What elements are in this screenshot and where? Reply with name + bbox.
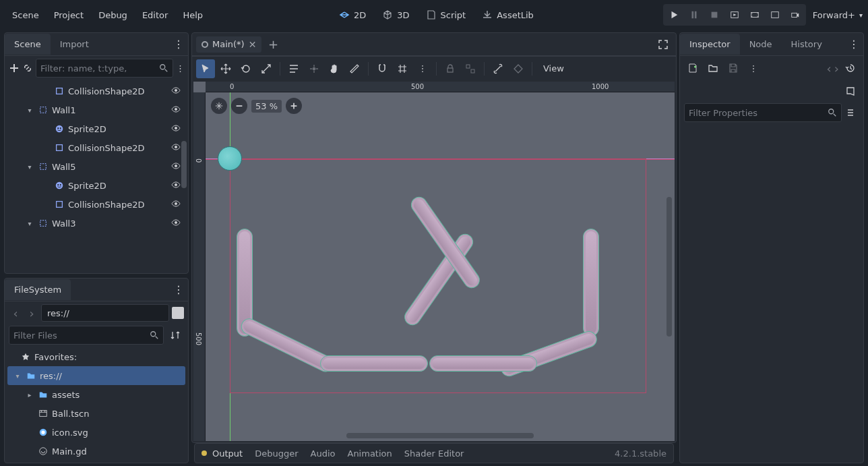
menu-scene[interactable]: Scene [5,6,46,24]
renderer-dropdown[interactable]: Forward+▾ [813,10,863,20]
tab-history[interactable]: History [782,34,832,55]
fs-item[interactable]: icon.svg [7,423,185,442]
fs-tree[interactable]: Favorites:▾res://▸assetsBall.tscnicon.sv… [5,346,188,463]
add-tab-button[interactable]: + [264,36,282,53]
scene-filter-input[interactable] [40,63,155,74]
zoom-level[interactable]: 53 % [251,100,282,113]
ruler-tool[interactable] [345,59,364,78]
scene-tree-scrollbar[interactable] [181,141,187,188]
visibility-icon[interactable] [170,123,183,135]
tab-script[interactable]: Script [419,5,473,24]
visibility-icon[interactable] [170,85,183,97]
wall-bottom-r[interactable] [429,355,537,372]
tab-3d[interactable]: 3D [375,5,416,24]
ball-node[interactable] [218,146,242,171]
play-button[interactable] [664,5,683,24]
bone-button[interactable] [489,59,507,78]
viewport-vscrollbar[interactable] [666,197,672,337]
fs-item[interactable]: Main.gd [7,442,185,461]
play-scene-button[interactable] [725,5,744,24]
tab-inspector[interactable]: Inspector [680,34,740,55]
scene-more-button[interactable]: ⋮ [176,59,185,77]
menu-debug[interactable]: Debug [92,6,134,24]
stop-button[interactable] [705,5,724,24]
scene-node[interactable]: Sprite2D [7,119,185,138]
tab-filesystem[interactable]: FileSystem [5,279,71,300]
wall-right[interactable] [583,229,599,337]
fs-back-button[interactable]: ‹ [9,306,22,320]
scene-node[interactable]: ▾Wall1 [7,100,185,119]
play-custom-button[interactable] [766,5,784,24]
load-resource-button[interactable] [704,59,722,77]
inspector-settings-button[interactable] [842,104,859,121]
camera-button[interactable] [786,5,805,24]
scene-filter[interactable] [36,59,173,78]
inspector-filter[interactable] [684,103,842,122]
tab-scene-dock[interactable]: Scene [5,34,51,55]
fs-item[interactable]: Ball.tscn [7,404,185,423]
fs-favorites[interactable]: Favorites: [7,347,185,366]
add-node-button[interactable] [9,59,20,77]
zoom-reset-button[interactable] [211,98,227,114]
scene-tab-main[interactable]: Main(*) ✕ [196,36,261,53]
bottom-tab-debugger[interactable]: Debugger [255,448,298,459]
pan-tool[interactable] [325,59,344,78]
visibility-icon[interactable] [170,198,183,210]
visibility-icon[interactable] [170,104,183,116]
snap-toggle[interactable] [373,59,392,78]
inspector-back-button[interactable]: ‹ [827,61,832,76]
doc-button[interactable] [842,82,859,100]
canvas[interactable]: 53 % [206,92,675,441]
fs-view-mode-button[interactable] [172,307,184,319]
menu-project[interactable]: Project [47,6,90,24]
scene-node[interactable]: ▾Wall5 [7,157,185,176]
menu-editor[interactable]: Editor [135,6,175,24]
movie-button[interactable] [745,5,764,24]
bottom-tab-animation[interactable]: Animation [347,448,392,459]
fs-item[interactable]: Main.tscn [7,461,185,463]
distraction-free-button[interactable] [654,36,672,53]
fs-forward-button[interactable]: › [25,306,38,320]
tab-2d[interactable]: 2D [332,5,373,24]
fs-path[interactable]: res:// [41,304,169,322]
snap-options[interactable]: ⋮ [413,59,432,78]
fs-filter[interactable] [9,326,164,345]
select-tool[interactable] [196,59,215,78]
new-resource-button[interactable] [684,59,702,77]
bottom-tab-output[interactable]: Output [212,448,243,459]
inspector-history-button[interactable] [842,59,859,77]
fs-sort-button[interactable] [166,326,184,344]
scale-tool[interactable] [257,59,276,78]
viewport-2d[interactable]: 05001000 0500 53 % [193,82,675,441]
grid-snap-toggle[interactable] [393,59,412,78]
fs-item[interactable]: ▸assets [7,385,185,404]
inspector-panel-menu[interactable]: ⋮ [847,38,861,51]
rotate-tool[interactable] [237,59,255,78]
inspector-forward-button[interactable]: › [834,61,839,76]
fs-filter-input[interactable] [13,330,146,341]
bottom-tab-shader[interactable]: Shader Editor [404,448,464,459]
zoom-out-button[interactable] [231,98,247,114]
pause-button[interactable] [685,5,704,24]
scene-node[interactable]: Sprite2D [7,176,185,195]
zoom-in-button[interactable] [286,98,302,114]
tab-node[interactable]: Node [740,34,782,55]
scene-tree[interactable]: CollisionShape2D▾Wall1Sprite2DCollisionS… [5,80,188,273]
pivot-tool[interactable] [305,59,323,78]
viewport-hscrollbar[interactable] [346,433,534,438]
tab-import-dock[interactable]: Import [51,34,98,55]
wall-bottom-l[interactable] [320,355,428,372]
group-button[interactable] [461,59,480,78]
scene-node[interactable]: CollisionShape2D [7,82,185,100]
tab-assetlib[interactable]: AssetLib [475,5,540,24]
close-tab-button[interactable]: ✕ [249,39,257,50]
view-menu[interactable]: View [536,63,571,74]
bottom-tab-audio[interactable]: Audio [311,448,336,459]
inspector-filter-input[interactable] [689,108,824,118]
scene-node[interactable]: CollisionShape2D [7,138,185,157]
lock-button[interactable] [441,59,460,78]
link-node-button[interactable] [22,59,33,77]
move-tool[interactable] [216,59,235,78]
inspector-more-button[interactable]: ⋮ [745,59,762,77]
anim-key-button[interactable] [509,59,528,78]
